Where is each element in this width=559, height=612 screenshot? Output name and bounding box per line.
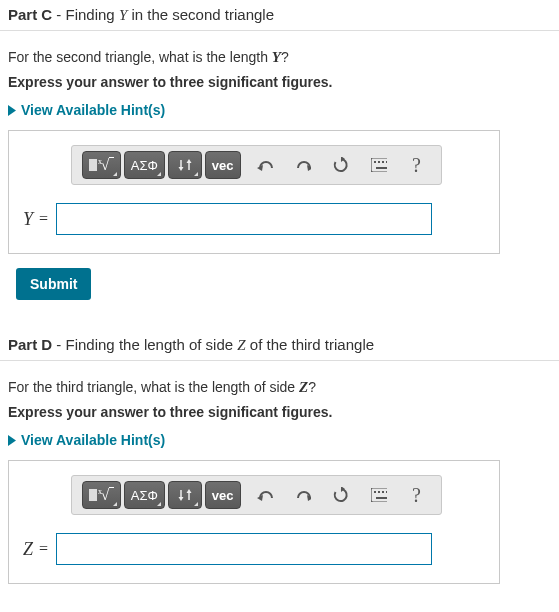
svg-marker-3: [178, 167, 183, 171]
answer-input-row: Y =: [23, 203, 485, 235]
templates-icon: x√: [89, 487, 114, 504]
caret-right-icon: [8, 105, 17, 116]
view-hints-toggle[interactable]: View Available Hint(s): [8, 102, 551, 118]
redo-button[interactable]: [289, 481, 317, 509]
svg-marker-20: [186, 489, 191, 493]
undo-button[interactable]: [251, 151, 279, 179]
view-hints-toggle[interactable]: View Available Hint(s): [8, 432, 551, 448]
templates-icon: x√: [89, 157, 114, 174]
svg-marker-15: [8, 435, 16, 446]
answer-input-row: Z =: [23, 533, 485, 565]
part-title-var: Z: [237, 337, 245, 353]
part-label: Part C: [8, 6, 52, 23]
part-label: Part D: [8, 336, 52, 353]
help-button[interactable]: ?: [403, 481, 431, 509]
reset-button[interactable]: [327, 151, 355, 179]
keyboard-icon: [371, 488, 387, 502]
templates-button[interactable]: x√: [82, 481, 121, 509]
greek-symbols-button[interactable]: ΑΣΦ: [124, 481, 165, 509]
toolbar-group-format: x√ ΑΣΦ vec: [82, 481, 241, 509]
variable-label: Z: [23, 539, 33, 560]
keyboard-button[interactable]: [365, 481, 393, 509]
part-title-var: Y: [119, 7, 127, 23]
answer-box: x√ ΑΣΦ vec: [8, 130, 500, 254]
svg-rect-12: [382, 161, 384, 163]
svg-rect-25: [374, 491, 376, 493]
part-body: For the second triangle, what is the len…: [0, 31, 559, 300]
svg-rect-27: [382, 491, 384, 493]
answer-input[interactable]: [56, 203, 432, 235]
vector-button[interactable]: vec: [205, 151, 241, 179]
part-title-prefix: - Finding the length of side: [52, 336, 237, 353]
undo-button[interactable]: [251, 481, 279, 509]
question-text: For the third triangle, what is the leng…: [8, 379, 551, 396]
svg-rect-29: [376, 497, 387, 499]
equals-sign: =: [39, 210, 48, 228]
greek-symbols-button[interactable]: ΑΣΦ: [124, 151, 165, 179]
part-title-suffix: of the third triangle: [246, 336, 374, 353]
part-title-suffix: in the second triangle: [127, 6, 274, 23]
keyboard-button[interactable]: [365, 151, 393, 179]
instruction-text: Express your answer to three significant…: [8, 74, 551, 90]
caret-right-icon: [8, 435, 17, 446]
submit-button[interactable]: Submit: [16, 268, 91, 300]
svg-rect-10: [374, 161, 376, 163]
keyboard-icon: [371, 158, 387, 172]
svg-rect-11: [378, 161, 380, 163]
instruction-text: Express your answer to three significant…: [8, 404, 551, 420]
question-text: For the second triangle, what is the len…: [8, 49, 551, 66]
hints-label: View Available Hint(s): [21, 102, 165, 118]
part-title-prefix: - Finding: [52, 6, 119, 23]
svg-rect-28: [386, 491, 387, 493]
svg-marker-0: [8, 105, 16, 116]
svg-rect-1: [89, 159, 97, 171]
svg-rect-24: [371, 488, 387, 502]
vector-button[interactable]: vec: [205, 481, 241, 509]
svg-rect-13: [386, 161, 387, 163]
svg-rect-14: [376, 167, 387, 169]
svg-marker-18: [178, 497, 183, 501]
toolbar-group-format: x√ ΑΣΦ vec: [82, 151, 241, 179]
equals-sign: =: [39, 540, 48, 558]
sub-sup-button[interactable]: [168, 481, 202, 509]
answer-box: x√ ΑΣΦ vec: [8, 460, 500, 584]
sub-sup-button[interactable]: [168, 151, 202, 179]
reset-icon: [333, 487, 349, 503]
templates-button[interactable]: x√: [82, 151, 121, 179]
reset-icon: [333, 157, 349, 173]
equation-toolbar: x√ ΑΣΦ vec: [71, 475, 442, 515]
variable-label: Y: [23, 209, 33, 230]
help-button[interactable]: ?: [403, 151, 431, 179]
part-d: Part D - Finding the length of side Z of…: [0, 330, 559, 584]
answer-input[interactable]: [56, 533, 432, 565]
svg-rect-9: [371, 158, 387, 172]
part-header: Part D - Finding the length of side Z of…: [0, 330, 559, 361]
undo-icon: [257, 158, 273, 172]
hints-label: View Available Hint(s): [21, 432, 165, 448]
svg-rect-26: [378, 491, 380, 493]
part-c: Part C - Finding Y in the second triangl…: [0, 0, 559, 300]
redo-icon: [295, 488, 311, 502]
svg-rect-16: [89, 489, 97, 501]
undo-icon: [257, 488, 273, 502]
equation-toolbar: x√ ΑΣΦ vec: [71, 145, 442, 185]
subsup-icon: [177, 158, 193, 172]
svg-marker-5: [186, 159, 191, 163]
redo-icon: [295, 158, 311, 172]
part-body: For the third triangle, what is the leng…: [0, 361, 559, 584]
redo-button[interactable]: [289, 151, 317, 179]
subsup-icon: [177, 488, 193, 502]
reset-button[interactable]: [327, 481, 355, 509]
part-header: Part C - Finding Y in the second triangl…: [0, 0, 559, 31]
